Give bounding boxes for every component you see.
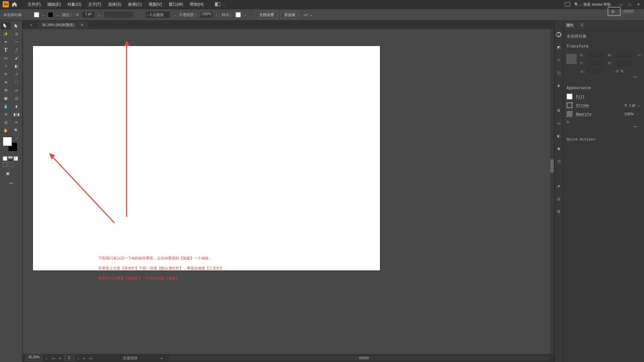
graphic-styles-panel-icon[interactable]: ◳ (555, 158, 562, 165)
color-selector[interactable]: ⤢ (1, 135, 22, 155)
paintbrush-tool[interactable]: 🖌 (11, 54, 21, 62)
slice-tool[interactable]: ✂ (11, 119, 21, 126)
brush-dropdown[interactable]: ⌄ (173, 13, 176, 17)
hand-tool[interactable]: ✋ (1, 127, 11, 134)
home-icon[interactable] (11, 1, 17, 7)
transparency-panel-icon[interactable]: ◐ (555, 132, 562, 139)
zoom-level[interactable]: 36.26% (25, 355, 42, 361)
flip-v-icon[interactable]: ⇅ (621, 69, 624, 73)
artboard-tool[interactable]: ⊡ (1, 119, 11, 126)
search-help[interactable]: 🔍⌄ 搜索 Adobe 帮助 (574, 2, 611, 7)
menu-window[interactable]: 窗口(W) (165, 2, 186, 7)
window-maximize[interactable]: □ (627, 2, 632, 7)
menu-file[interactable]: 文件(F) (24, 2, 44, 7)
line-tool[interactable]: ╱ (11, 46, 21, 54)
menu-edit[interactable]: 编辑(E) (44, 2, 64, 7)
stroke-value-panel[interactable]: 1 pt (628, 103, 637, 107)
color-mode-solid[interactable] (3, 156, 7, 161)
swap-colors-icon[interactable]: ⤢ (16, 136, 18, 140)
menu-effect[interactable]: 效果(C) (125, 2, 145, 7)
stroke-panel-icon[interactable]: ≡ (555, 56, 562, 64)
eraser-tool[interactable]: ◧ (11, 62, 21, 70)
color-mode-none[interactable]: ╱ (13, 156, 18, 161)
artboard[interactable]: 下面我们来认识一下AI的操作界面，点击AI界面的【新建】一个画板， 在界面上方是… (33, 46, 380, 270)
angle-input[interactable] (587, 68, 603, 74)
fill-label[interactable]: Fill (576, 95, 585, 99)
perspective-tool[interactable]: ▱ (11, 86, 21, 94)
fill-dropdown[interactable]: ⌄ (42, 13, 45, 17)
gradient-panel-icon[interactable]: ◫ (555, 69, 562, 76)
stroke-swatch[interactable] (48, 12, 53, 17)
h-input[interactable] (616, 60, 633, 66)
stroke-stepper-panel[interactable]: ⇅ (624, 103, 627, 108)
zoom-tool[interactable]: 🔍 (11, 127, 21, 134)
stroke-dropdown[interactable]: ⌄ (56, 13, 59, 17)
fill-swatch-panel[interactable] (567, 94, 573, 100)
workspace-icon[interactable] (565, 2, 570, 6)
eyedropper-tool[interactable]: 💧 (1, 103, 11, 110)
asset-export-panel-icon[interactable]: ⬈ (555, 182, 562, 190)
color-panel-icon[interactable] (555, 31, 562, 38)
rotate-tool[interactable]: ↻ (1, 70, 11, 78)
y-input[interactable] (588, 60, 605, 66)
menu-select[interactable]: 选择(S) (105, 2, 125, 7)
fill-swatch[interactable] (34, 12, 39, 17)
document-setup-button[interactable]: 文档设置 (256, 11, 278, 19)
symbol-sprayer-tool[interactable]: ※ (1, 111, 11, 118)
transform-more-options[interactable]: ••• (567, 74, 641, 79)
status-play[interactable]: ▸ (160, 356, 164, 360)
free-transform-tool[interactable]: ⬚ (11, 78, 21, 86)
arrange-documents-icon[interactable] (215, 2, 220, 6)
window-minimize[interactable]: — (618, 2, 624, 7)
appearance-panel-icon[interactable]: ◉ (555, 145, 562, 152)
last-artboard[interactable]: ▸| (89, 356, 93, 360)
blend-tool[interactable]: ◗ (11, 103, 21, 110)
libraries-panel-icon[interactable]: ⧉ (555, 208, 562, 215)
artboard-dropdown[interactable]: ⌄ (77, 356, 80, 360)
artboard-number[interactable]: 1 (64, 355, 74, 361)
draw-behind-icon[interactable] (9, 162, 13, 167)
prev-artboard[interactable]: ◂ (58, 356, 61, 360)
align-icon[interactable]: ▭⁺ ⌄ (304, 13, 313, 17)
style-dropdown[interactable]: ⌄ (244, 13, 247, 17)
opacity-value-panel[interactable]: 100% (622, 112, 637, 116)
stroke-stepper[interactable]: ⇅ (76, 13, 79, 17)
foreground-color[interactable] (3, 137, 12, 146)
curvature-tool[interactable]: 〰 (11, 38, 21, 46)
color-mode-gradient[interactable] (8, 156, 13, 161)
vertical-scrollbar[interactable] (550, 29, 554, 354)
shaper-tool[interactable]: ✧ (1, 62, 11, 70)
lasso-tool[interactable]: ⊙ (11, 30, 21, 38)
link-wh-icon[interactable]: ⚯ (638, 53, 641, 57)
flip-h-icon[interactable]: ⇄ (615, 69, 619, 73)
menu-help[interactable]: 帮助(H) (186, 2, 207, 7)
layers-panel-icon[interactable]: ≣ (555, 107, 562, 114)
stroke-dropdown-panel[interactable]: ⌄ (637, 103, 641, 108)
shape-builder-tool[interactable]: ◔ (1, 86, 11, 94)
stroke-weight-input[interactable]: 1 pt (82, 11, 95, 18)
artboards-panel-icon[interactable]: ⊡ (555, 195, 562, 202)
rectangle-tool[interactable]: ▭ (1, 54, 11, 62)
brush-definition[interactable]: •3 点圆形 (145, 11, 170, 18)
arrange-dropdown[interactable]: ⌄ (222, 2, 226, 7)
gradient-tool[interactable]: ◫ (11, 95, 21, 102)
style-swatch[interactable] (235, 12, 241, 17)
direct-selection-tool[interactable] (11, 22, 21, 29)
first-artboard[interactable]: |◂ (51, 356, 55, 360)
tab-properties[interactable]: 属性 (566, 22, 574, 28)
zoom-dropdown[interactable]: ⌄ (45, 356, 48, 360)
mesh-tool[interactable]: ▦ (1, 95, 11, 102)
menu-type[interactable]: 文字(T) (85, 2, 105, 7)
opacity-swatch-panel[interactable] (567, 111, 573, 117)
brushes-panel-icon[interactable]: ▭ (555, 119, 562, 127)
column-graph-tool[interactable]: ▮▯▮ (11, 111, 21, 118)
menu-view[interactable]: 视图(V) (145, 2, 165, 7)
draw-normal-icon[interactable] (3, 162, 7, 167)
selection-tool[interactable] (1, 22, 11, 29)
magic-wand-tool[interactable]: ✨ (1, 30, 11, 38)
opacity-label-panel[interactable]: Opacity (576, 112, 591, 116)
type-tool[interactable]: T (1, 46, 11, 54)
stroke-weight-dropdown[interactable]: ⌄ (98, 13, 101, 17)
canvas[interactable]: 下面我们来认识一下AI的操作界面，点击AI界面的【新建】一个画板， 在界面上方是… (23, 29, 554, 354)
opacity-dropdown[interactable]: › (216, 13, 219, 17)
